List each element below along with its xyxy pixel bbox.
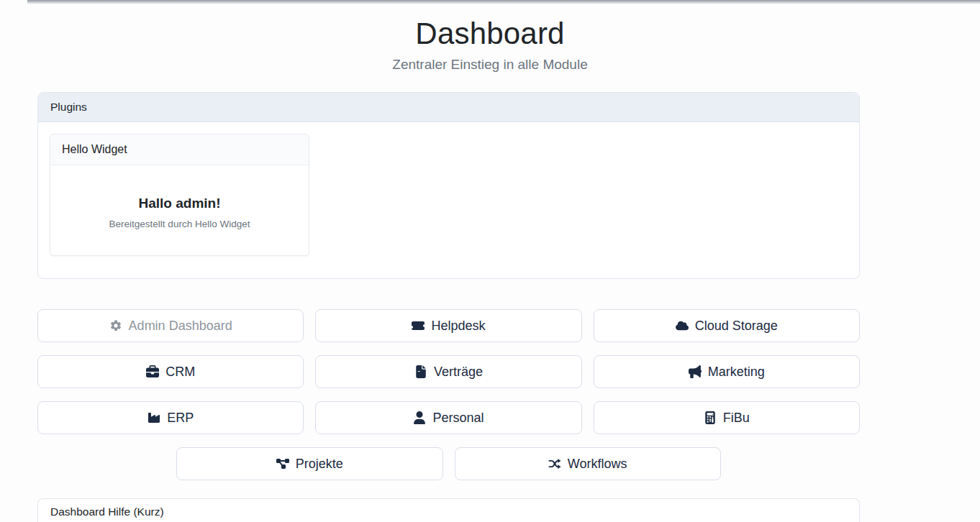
hello-widget-caption: Bereitgestellt durch Hello Widget [62, 219, 297, 229]
module-button-label: Cloud Storage [695, 319, 778, 334]
module-button-erp[interactable]: ERP [37, 401, 304, 434]
help-card-title: Dashboard Hilfe (Kurz) [38, 499, 859, 518]
module-button-vertraege[interactable]: Verträge [315, 355, 581, 388]
diagram-project-icon [276, 457, 289, 470]
module-button-marketing[interactable]: Marketing [594, 355, 860, 388]
module-button-admin-dashboard[interactable]: Admin Dashboard [37, 309, 304, 342]
module-button-workflows[interactable]: Workflows [455, 447, 721, 480]
module-button-label: Marketing [708, 365, 765, 380]
module-button-helpdesk[interactable]: Helpdesk [315, 309, 581, 342]
file-contract-icon [414, 365, 427, 378]
briefcase-icon [146, 365, 159, 378]
module-button-grid: Admin Dashboard Helpdesk Cloud Storage C… [37, 309, 860, 480]
module-button-label: Workflows [568, 457, 627, 472]
hello-widget-title: Hello Widget [50, 134, 309, 165]
page-header: Dashboard Zentraler Einstieg in alle Mod… [0, 0, 980, 73]
module-button-label: Personal [432, 411, 484, 426]
help-card: Dashboard Hilfe (Kurz) [37, 498, 860, 522]
module-button-cloud-storage[interactable]: Cloud Storage [594, 309, 860, 342]
module-button-label: FiBu [723, 411, 750, 426]
plugins-card-header: Plugins [38, 93, 859, 122]
module-button-fibu[interactable]: FiBu [594, 401, 860, 434]
cloud-icon [676, 319, 689, 332]
module-button-projekte[interactable]: Projekte [176, 447, 443, 480]
dashboard-page: Dashboard Zentraler Einstieg in alle Mod… [0, 0, 980, 522]
calculator-icon [704, 411, 717, 424]
module-button-personal[interactable]: Personal [315, 401, 581, 434]
module-button-label: Projekte [296, 457, 343, 472]
plugins-card: Plugins Hello Widget Hallo admin! Bereit… [37, 92, 860, 279]
page-title: Dashboard [0, 0, 980, 52]
module-button-label: Helpdesk [431, 319, 485, 334]
module-button-label: CRM [165, 365, 195, 380]
page-subtitle: Zentraler Einstieg in alle Module [0, 57, 980, 73]
hello-widget-greeting: Hallo admin! [62, 196, 297, 211]
module-button-label: Verträge [434, 365, 483, 380]
ticket-icon [412, 319, 425, 332]
module-button-crm[interactable]: CRM [37, 355, 304, 388]
gear-icon [109, 319, 122, 332]
module-button-label: ERP [167, 411, 194, 426]
hello-widget-body: Hallo admin! Bereitgestellt durch Hello … [50, 165, 309, 255]
user-icon [413, 411, 426, 424]
hello-widget-card: Hello Widget Hallo admin! Bereitgestellt… [50, 134, 309, 256]
bullhorn-icon [689, 365, 702, 378]
module-button-label: Admin Dashboard [129, 319, 232, 334]
plugins-card-body: Hello Widget Hallo admin! Bereitgestellt… [38, 122, 859, 278]
industry-icon [148, 411, 160, 424]
shuffle-icon [548, 457, 561, 470]
